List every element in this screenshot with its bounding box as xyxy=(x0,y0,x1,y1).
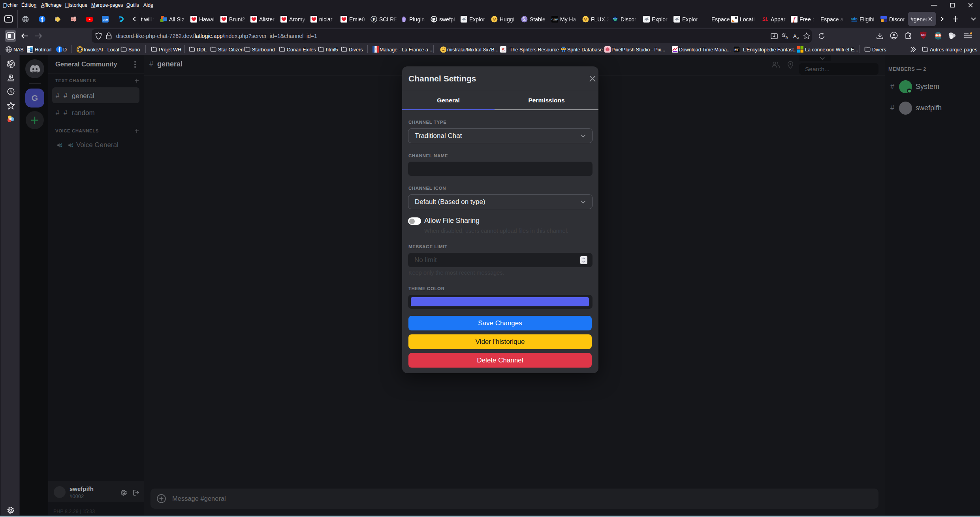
svg-text:SL: SL xyxy=(762,17,768,22)
svg-text:A: A xyxy=(786,36,788,40)
svg-text:CLOUD: CLOUD xyxy=(551,19,558,21)
svg-text:S: S xyxy=(502,47,504,53)
svg-text:S.: S. xyxy=(523,17,527,21)
svg-text:P: P xyxy=(372,17,375,22)
svg-text:EF: EF xyxy=(734,48,739,52)
svg-text:adn: adn xyxy=(851,17,858,21)
svg-text:UO: UO xyxy=(921,33,925,37)
svg-text:2: 2 xyxy=(797,36,799,40)
svg-text:DSM: DSM xyxy=(103,19,108,21)
svg-text:A: A xyxy=(793,33,797,39)
